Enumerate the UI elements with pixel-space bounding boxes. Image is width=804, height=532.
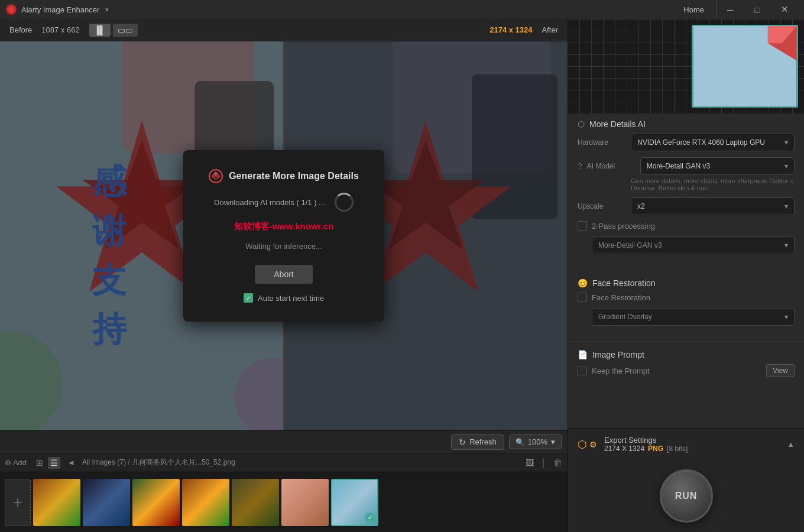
zoom-button[interactable]: 🔍 100% ▾ bbox=[509, 434, 562, 449]
more-details-title: More Details AI bbox=[589, 119, 646, 129]
export-collapse-button[interactable]: ▲ bbox=[787, 440, 795, 449]
help-icon[interactable]: ? bbox=[578, 161, 582, 171]
thumbnail-butterfly[interactable] bbox=[83, 479, 130, 526]
zoom-value: 100% bbox=[528, 437, 547, 446]
ai-model-select[interactable]: More-Detail GAN v3 ▾ bbox=[640, 157, 795, 175]
face-restoration-section-header: 😊 Face Restoration bbox=[568, 273, 804, 293]
divider-2 bbox=[568, 341, 804, 342]
export-info: Export Settings 2174 X 1324 PNG [8 bits] bbox=[604, 436, 780, 453]
view-toggles: ▐▌ ▭▭ bbox=[89, 24, 138, 37]
processing-modal: Generate More Image Details Downloading … bbox=[183, 150, 384, 322]
refresh-button[interactable]: ↻ Refresh bbox=[451, 434, 504, 450]
run-section: RUN bbox=[568, 460, 804, 532]
sub-model-select[interactable]: More-Detail GAN v3 ▾ bbox=[592, 236, 795, 254]
abort-button[interactable]: Abort bbox=[255, 265, 312, 284]
upscale-chevron: ▾ bbox=[784, 202, 788, 210]
plus-icon: + bbox=[13, 493, 22, 512]
filmstrip: + ✓ bbox=[0, 472, 568, 532]
model-description: Gen more details, more clarity, more sha… bbox=[578, 177, 795, 192]
maximize-button[interactable]: □ bbox=[744, 0, 771, 19]
refresh-label: Refresh bbox=[469, 437, 497, 446]
after-label: After bbox=[542, 25, 558, 34]
view-prompt-button[interactable]: View bbox=[766, 364, 795, 377]
more-details-icon: ⬡ bbox=[578, 119, 585, 129]
image-prompt-icon: 📄 bbox=[578, 350, 588, 359]
face-restoration-icon: 😊 bbox=[578, 278, 588, 288]
upscale-label: Upscale bbox=[578, 202, 631, 210]
run-button[interactable]: RUN bbox=[660, 469, 713, 523]
modal-logo-icon bbox=[209, 169, 223, 183]
canvas-area: 感 谢 支 持 bbox=[0, 41, 568, 430]
image-area: Before 1087 x 662 ▐▌ ▭▭ 2174 x 1324 Afte… bbox=[0, 19, 568, 532]
face-restoration-label: Face Restoration bbox=[592, 293, 650, 302]
right-panel: ⬡ More Details AI Hardware NVIDIA GeForc… bbox=[568, 19, 804, 532]
keep-prompt-checkbox[interactable] bbox=[578, 366, 587, 375]
top-bar-left: Before 1087 x 662 ▐▌ ▭▭ bbox=[9, 24, 138, 37]
more-details-content: Hardware NVIDIA GeForce RTX 4060 Laptop … bbox=[568, 134, 804, 267]
titlebar: Aiarty Image Enhancer ▾ Home ─ □ ✕ bbox=[0, 0, 804, 19]
grid-view-icon[interactable]: ⊞ bbox=[34, 457, 46, 469]
divider-1 bbox=[568, 270, 804, 270]
auto-start-label: Auto start next time bbox=[258, 294, 324, 303]
ai-model-value: More-Detail GAN v3 bbox=[647, 162, 710, 170]
preview-thumbnail bbox=[568, 19, 804, 113]
image-prompt-content: Keep the Prompt View bbox=[568, 364, 804, 390]
thumbnail-card[interactable]: ✓ bbox=[331, 479, 378, 526]
thumbnail-animal[interactable] bbox=[232, 479, 279, 526]
keep-prompt-label: Keep the Prompt bbox=[592, 366, 650, 375]
zoom-icon: 🔍 bbox=[516, 438, 524, 446]
bottom-strip: ⊕ +Add ⊞ ☰ ◄ All Images (7) / 几何商务风个人名片.… bbox=[0, 453, 568, 472]
refresh-icon: ↻ bbox=[459, 437, 466, 447]
minimize-button[interactable]: ─ bbox=[717, 0, 744, 19]
face-overlay-select[interactable]: Gradient Overlay ▾ bbox=[592, 308, 795, 326]
close-button[interactable]: ✕ bbox=[771, 0, 798, 19]
info-icon: │ bbox=[541, 458, 546, 468]
app-dropdown-icon[interactable]: ▾ bbox=[105, 6, 109, 14]
image-prompt-section-header: 📄 Image Prompt bbox=[568, 344, 804, 364]
face-overlay-value: Gradient Overlay bbox=[598, 313, 652, 321]
sub-model-chevron: ▾ bbox=[784, 241, 788, 249]
auto-start-checkbox[interactable]: ✓ bbox=[244, 293, 253, 303]
hardware-select[interactable]: NVIDIA GeForce RTX 4060 Laptop GPU ▾ bbox=[631, 134, 795, 151]
hardware-row: Hardware NVIDIA GeForce RTX 4060 Laptop … bbox=[578, 134, 795, 151]
view-icons: ⊞ ☰ bbox=[34, 457, 60, 469]
path-display: All Images (7) / 几何商务风个人名片...50_52.png bbox=[82, 458, 518, 468]
after-size: 2174 x 1324 bbox=[489, 25, 532, 34]
export-settings: ⬡ ⚙ Export Settings 2174 X 1324 PNG [8 b… bbox=[568, 428, 804, 460]
face-restoration-title: Face Restoration bbox=[592, 278, 656, 288]
all-images-label: All Images (7) bbox=[82, 458, 126, 466]
add-button[interactable]: ⊕ +Add bbox=[5, 458, 27, 467]
filename-label: 几何商务风个人名片...50_52.png bbox=[132, 458, 235, 466]
face-restoration-checkbox[interactable] bbox=[578, 293, 587, 302]
modal-substatus: Waiting for inference... bbox=[245, 242, 322, 251]
export-bits: [8 bits] bbox=[667, 445, 688, 453]
face-overlay-chevron: ▾ bbox=[784, 313, 788, 321]
right-panel-scroll: ⬡ More Details AI Hardware NVIDIA GeForc… bbox=[568, 113, 804, 428]
list-view-icon[interactable]: ☰ bbox=[48, 457, 60, 469]
two-pass-checkbox[interactable] bbox=[578, 221, 587, 231]
modal-status: Downloading AI models ( 1/1 ) ... bbox=[214, 198, 325, 207]
auto-start-row: ✓ Auto start next time bbox=[244, 293, 324, 303]
side-by-side-button[interactable]: ▭▭ bbox=[113, 24, 138, 37]
keep-prompt-row: Keep the Prompt View bbox=[578, 364, 795, 377]
home-nav[interactable]: Home bbox=[672, 0, 717, 19]
app-title: Aiarty Image Enhancer bbox=[21, 5, 99, 14]
preview-image bbox=[692, 25, 798, 108]
sub-model-value: More-Detail GAN v3 bbox=[598, 241, 662, 249]
thumbnail-tiger[interactable] bbox=[33, 479, 80, 526]
export-details: 2174 X 1324 PNG [8 bits] bbox=[604, 445, 780, 453]
thumbnail-floral[interactable] bbox=[132, 479, 180, 526]
loading-spinner bbox=[335, 193, 354, 212]
image-icon: 🖼 bbox=[526, 458, 534, 468]
delete-icon[interactable]: 🗑 bbox=[553, 458, 563, 468]
upscale-select[interactable]: x2 ▾ bbox=[631, 197, 795, 215]
image-prompt-title: Image Prompt bbox=[592, 350, 644, 359]
thumbnail-burger[interactable] bbox=[182, 479, 229, 526]
export-settings-icon: ⬡ bbox=[578, 438, 587, 451]
ai-model-row: ? AI Model More-Detail GAN v3 ▾ bbox=[578, 157, 795, 175]
split-view-button[interactable]: ▐▌ bbox=[89, 24, 111, 37]
thumbnail-face[interactable] bbox=[281, 479, 329, 526]
titlebar-right: Home ─ □ ✕ bbox=[672, 0, 798, 19]
add-image-button[interactable]: + bbox=[5, 479, 31, 526]
upscale-row: Upscale x2 ▾ bbox=[578, 197, 795, 215]
